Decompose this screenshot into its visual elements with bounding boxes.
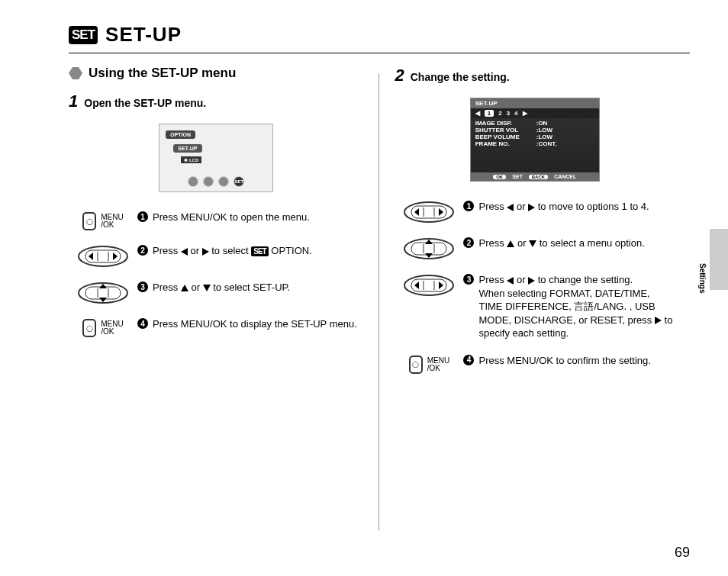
inst-row: ◯ MENU /OK 1 Press MENU/OK to open the m… [69, 211, 363, 230]
triangle-left-icon [507, 204, 514, 211]
svg-point-25 [404, 275, 453, 295]
step1-num: 1 [69, 92, 78, 111]
step-bullet: 2 [463, 237, 474, 248]
step1-screenshot: OPTION SET-UP ❄ LCD SET [69, 124, 363, 192]
svg-marker-0 [69, 67, 82, 79]
lcd1-sub: ❄ LCD [181, 156, 201, 163]
pad-horizontal-icon [78, 246, 128, 267]
page: SET SET-UP Using the SET-UP menu 1 Open … [0, 0, 728, 576]
step2-head: 2 Change the setting. [395, 66, 675, 85]
triangle-down-icon [529, 240, 536, 247]
menu-ok-icon: ◯ MENU /OK [82, 319, 123, 337]
inst-text: Press or to select SET-UP. [153, 281, 290, 294]
triangle-up-icon [507, 240, 514, 247]
triangle-left-icon [507, 277, 514, 285]
triangle-right-icon [528, 277, 535, 285]
section-head: Using the SET-UP menu [69, 66, 363, 81]
inst-text: Press MENU/OK to display the SET-UP menu… [153, 317, 357, 331]
menu-ok-icon: ◯ MENU /OK [82, 212, 123, 230]
inst-row: 2 Press or to select a menu option. [395, 237, 675, 259]
hexagon-icon [69, 67, 82, 79]
inst-text: Press or to select a menu option. [478, 237, 644, 250]
right-column: 2 Change the setting. SET-UP ◀ 1 2 3 4 ▶ [379, 66, 690, 539]
lcd1-icons: SET [159, 176, 272, 187]
inst-row: 2 Press or to select SET OPTION. [69, 244, 363, 267]
step-bullet: 4 [463, 355, 474, 365]
inst-row: 1 Press or to move to options 1 to 4. [395, 200, 675, 223]
triangle-up-icon [181, 285, 188, 291]
set-icon-inline: SET [251, 246, 268, 257]
inst-text: Press MENU/OK to confirm the setting. [478, 354, 650, 368]
lcd2-title: SET-UP [471, 98, 599, 108]
set-icon: SET [69, 26, 98, 44]
inst-text: Press or to change the setting. When sel… [478, 273, 675, 340]
inst-row: ◯ MENU /OK 4 Press MENU/OK to confirm th… [395, 354, 675, 374]
inst-row: ◯ MENU /OK 4 Press MENU/OK to display th… [69, 317, 363, 337]
pad-vertical-icon [404, 238, 454, 259]
triangle-left-icon [181, 248, 188, 256]
triangle-down-icon [203, 285, 211, 291]
step-bullet: 1 [137, 211, 148, 222]
step2-label: Change the setting. [411, 71, 510, 83]
step-bullet: 3 [137, 282, 148, 292]
triangle-right-icon [528, 204, 535, 211]
lcd1-option: OPTION [166, 130, 195, 139]
content-columns: Using the SET-UP menu 1 Open the SET-UP … [69, 66, 690, 539]
page-title: SET-UP [105, 23, 182, 47]
step1-head: 1 Open the SET-UP menu. [69, 92, 363, 111]
section-title: Using the SET-UP menu [89, 66, 236, 81]
pad-vertical-icon [78, 282, 128, 304]
step2-screenshot: SET-UP ◀ 1 2 3 4 ▶ IMAGE DISP.:ON SHUTTE… [395, 98, 675, 182]
inst-row: 3 Press or to select SET-UP. [69, 281, 363, 304]
lcd2-footer: OKSET BACKCANCEL [471, 172, 599, 181]
lcd2-rows: IMAGE DISP.:ON SHUTTER VOL:LOW BEEP VOLU… [471, 118, 599, 149]
step2-instructions: 1 Press or to move to options 1 to 4. [395, 200, 675, 374]
lcd-screen-2: SET-UP ◀ 1 2 3 4 ▶ IMAGE DISP.:ON SHUTTE… [470, 98, 600, 182]
step-bullet: 4 [137, 318, 148, 329]
inst-row: 3 Press or to change the setting. When s… [395, 273, 675, 340]
title-row: SET SET-UP [69, 23, 690, 53]
step1-label: Open the SET-UP menu. [84, 97, 206, 109]
triangle-right-icon [655, 317, 662, 324]
lcd1-set-badge: SET [234, 176, 244, 187]
step-bullet: 3 [463, 274, 474, 285]
step2-num: 2 [395, 66, 404, 85]
menu-ok-icon: ◯ MENU /OK [409, 356, 449, 374]
inst-text: Press or to move to options 1 to 4. [478, 200, 649, 214]
step-bullet: 2 [137, 245, 148, 256]
step1-instructions: ◯ MENU /OK 1 Press MENU/OK to open the m… [69, 211, 363, 337]
lcd1-setup: SET-UP [173, 144, 201, 153]
pad-horizontal-icon [404, 275, 454, 296]
inst-text: Press MENU/OK to open the menu. [153, 211, 310, 224]
svg-point-1 [79, 246, 127, 266]
side-label: Settings [698, 263, 707, 293]
lcd2-tabs: ◀ 1 2 3 4 ▶ [471, 108, 599, 118]
inst-text: Press or to select SET OPTION. [153, 244, 312, 258]
left-column: Using the SET-UP menu 1 Open the SET-UP … [69, 66, 378, 539]
page-number: 69 [675, 545, 690, 561]
lcd-screen-1: OPTION SET-UP ❄ LCD SET [159, 124, 273, 192]
step-bullet: 1 [463, 201, 474, 211]
svg-point-13 [404, 202, 453, 222]
pad-horizontal-icon [404, 201, 454, 223]
side-tab [710, 229, 728, 290]
triangle-right-icon [202, 248, 209, 256]
